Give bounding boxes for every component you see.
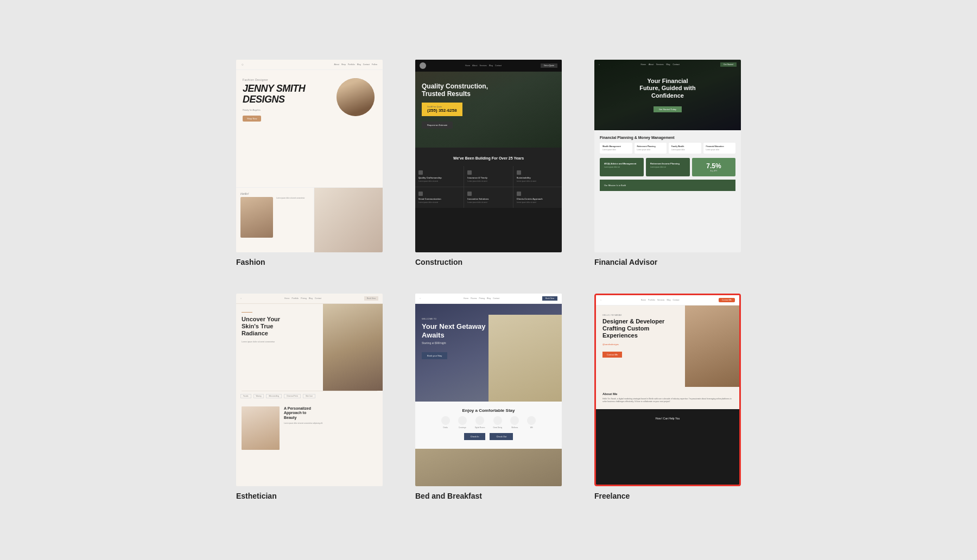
esth-nav: ○ HomePortfolioPricingBlogContact Book N… <box>236 294 383 304</box>
esth-title: Uncover YourSkin's TrueRadiance <box>242 316 319 338</box>
freelance-hero-content: HELLO, I'M SARAH Designer & DeveloperCra… <box>596 306 685 387</box>
financial-rate: 7.5% Avg. APR <box>692 158 735 176</box>
construction-feature-icon-6 <box>517 192 521 196</box>
financial-preview[interactable]: ○ HomeAboutServicesBlogContact Get Start… <box>594 60 741 252</box>
bnb-icon-concierge: Concierge <box>458 416 467 429</box>
esth-bottom-text: Lorem ipsum dolor sit amet consectetur a… <box>284 422 377 425</box>
construction-feature-4: Great Communication Lorem ipsum dolor si… <box>415 187 464 208</box>
freelance-about-title: About Me <box>602 392 733 396</box>
esth-bottom-title: A PersonalizedApproach toBeauty <box>284 406 377 420</box>
fashion-nav: ○ About Shop Portfolio Blog Contact Foll… <box>236 60 383 70</box>
bnb-welcome: WELCOME TO <box>422 317 555 320</box>
template-grid: ○ About Shop Portfolio Blog Contact Foll… <box>236 60 741 500</box>
construction-feature-icon-4 <box>418 192 423 196</box>
financial-hero-btn[interactable]: Get Started Today <box>654 106 682 112</box>
bnb-hero-content: WELCOME TO Your Next GetawayAwaits Start… <box>415 304 562 365</box>
fashion-bottom: Hello! Lorem ipsum dolor sit amet consec… <box>236 187 383 252</box>
financial-big-card-1: 401(k) Advice and Management Lorem ipsum… <box>600 158 644 176</box>
bnb-icon-dining: Great Dining <box>493 416 502 429</box>
freelance-hero-title: Designer & DeveloperCrafting CustomExper… <box>602 318 681 340</box>
construction-feature-text-2: Lorem ipsum dolor sit amet <box>467 180 509 182</box>
construction-feature-6: Clients-Centric Approach Lorem ipsum dol… <box>513 187 562 208</box>
financial-rate-number: 7.5% <box>706 162 721 170</box>
financial-bottom-bar: Our Mission Is to Build <box>600 180 735 191</box>
bnb-nav: ○ HomeRoomsPricingBlogContact Book Now <box>415 294 562 304</box>
construction-feature-3: Sustainability Lorem ipsum dolor sit ame… <box>513 166 562 187</box>
template-card-financial[interactable]: ○ HomeAboutServicesBlogContact Get Start… <box>594 60 741 266</box>
financial-card-2: Retirement Planning Lorem ipsum dolor <box>635 143 667 154</box>
freelance-black-section: How I Can Help You <box>596 412 739 485</box>
fashion-nav-logo: ○ <box>242 63 244 66</box>
bnb-hero: WELCOME TO Your Next GetawayAwaits Start… <box>415 304 562 402</box>
fashion-hero: Fashion Designer JENNY SMITHDESIGNS Read… <box>236 70 383 187</box>
fashion-subtitle: Fashion Designer <box>243 78 324 81</box>
construction-feature-text-3: Lorem ipsum dolor sit amet <box>517 180 559 182</box>
fashion-bottom-right <box>314 188 383 252</box>
template-card-fashion[interactable]: ○ About Shop Portfolio Blog Contact Foll… <box>236 60 383 266</box>
freelance-how-title: How I Can Help You <box>602 417 733 420</box>
bnb-preview[interactable]: ○ HomeRoomsPricingBlogContact Book Now W… <box>415 294 562 486</box>
financial-rate-label: Avg. APR <box>710 170 718 172</box>
template-card-esthetician[interactable]: ○ HomePortfolioPricingBlogContact Book N… <box>236 294 383 500</box>
esth-hero: Uncover YourSkin's TrueRadiance Lorem ip… <box>236 304 383 391</box>
construction-hero-title: Quality Construction,Trusted Results <box>422 82 555 98</box>
financial-section-title: Financial Planning & Money Management <box>600 136 735 139</box>
financial-big-cards: 401(k) Advice and Management Lorem ipsum… <box>600 158 735 176</box>
construction-feature-2: Insurance & Timely Lorem ipsum dolor sit… <box>464 166 512 187</box>
fashion-hero-image <box>328 70 383 187</box>
construction-feature-icon-3 <box>517 170 521 175</box>
bnb-label: Bed and Breakfast <box>415 492 482 500</box>
construction-logo <box>420 62 426 69</box>
construction-nav: Home About Services Blog Contact Get a Q… <box>415 60 562 72</box>
construction-feature-text-1: Lorem ipsum dolor sit amet <box>418 180 460 182</box>
fashion-label: Fashion <box>236 258 265 266</box>
esth-nav-btn[interactable]: Book Now <box>364 296 378 301</box>
financial-hero-content: Your FinancialFuture, Guided withConfide… <box>634 72 701 118</box>
bnb-nav-btn[interactable]: Book Now <box>542 296 557 301</box>
esth-bottom-content: A PersonalizedApproach toBeauty Lorem ip… <box>284 406 377 481</box>
construction-feature-title-6: Clients-Centric Approach <box>517 198 559 200</box>
financial-nav-btn[interactable]: Get Started <box>720 62 737 67</box>
esthetician-preview[interactable]: ○ HomePortfolioPricingBlogContact Book N… <box>236 294 383 486</box>
bnb-icon-drinks: Drinks <box>441 416 450 429</box>
bnb-checkin-btn[interactable]: Check In <box>464 433 486 440</box>
construction-preview[interactable]: Home About Services Blog Contact Get a Q… <box>415 60 562 252</box>
bnb-hero-subtitle: Starting at $99/night <box>422 341 555 345</box>
bnb-icon-wifi: Wifi <box>527 416 536 429</box>
bnb-checkout-btn[interactable]: Check Out <box>490 433 513 440</box>
construction-feature-icon-1 <box>418 170 423 175</box>
financial-big-card-2: Retirement Income Planning Lorem ipsum d… <box>646 158 690 176</box>
construction-feature-icon-2 <box>467 170 472 175</box>
construction-phone: (255) 352-6258 <box>427 108 457 113</box>
construction-nav-btn[interactable]: Get a Quote <box>541 63 557 68</box>
construction-phone-box: Get A Free Quote (255) 352-6258 <box>422 103 462 116</box>
fashion-shop-btn[interactable]: Shop Now <box>243 116 261 122</box>
construction-cta-btn[interactable]: Request an Estimate <box>422 122 453 129</box>
freelance-hero-image <box>685 306 739 387</box>
construction-feature-title-2: Insurance & Timely <box>467 176 509 179</box>
fashion-preview[interactable]: ○ About Shop Portfolio Blog Contact Foll… <box>236 60 383 252</box>
template-card-construction[interactable]: Home About Services Blog Contact Get a Q… <box>415 60 562 266</box>
freelance-contact-btn[interactable]: Contact Me <box>602 352 622 358</box>
freelance-preview[interactable]: ○ HomePortfolioServicesBlogContact Conta… <box>594 294 741 486</box>
bnb-hero-btn[interactable]: Book your Stay <box>422 352 447 359</box>
financial-hero: ○ HomeAboutServicesBlogContact Get Start… <box>594 60 741 130</box>
freelance-about-text: Hello! I'm Sarah, a digital marketing st… <box>602 398 733 404</box>
freelance-nav: ○ HomePortfolioServicesBlogContact Conta… <box>596 295 739 306</box>
financial-hero-title: Your FinancialFuture, Guided withConfide… <box>639 78 695 99</box>
freelance-nav-contact-btn[interactable]: Contact Me <box>719 298 735 302</box>
fashion-nav-links: About Shop Portfolio Blog Contact Follow <box>334 63 377 66</box>
bnb-hero-title: Your Next GetawayAwaits <box>422 322 555 339</box>
construction-features: Quality Craftsmanship Lorem ipsum dolor … <box>415 166 562 208</box>
esth-text: Lorem ipsum dolor sit amet consectetur <box>242 341 319 343</box>
construction-feature-title-5: Innovative Solutions <box>467 198 509 200</box>
construction-feature-text-4: Lorem ipsum dolor sit amet <box>418 201 460 203</box>
template-card-freelance[interactable]: ○ HomePortfolioServicesBlogContact Conta… <box>594 294 741 500</box>
freelance-label: Freelance <box>594 492 630 500</box>
template-card-bnb[interactable]: ○ HomeRoomsPricingBlogContact Book Now W… <box>415 294 562 500</box>
financial-bottom-text: Our Mission Is to Build <box>604 184 731 187</box>
construction-feature-icon-5 <box>467 192 472 196</box>
esth-tags: Facials Waxing Microneedling Chemical Pe… <box>236 391 383 401</box>
bnb-icon-wellness: Wellness <box>510 416 519 429</box>
construction-years: We've Been Building For Over 25 Years <box>415 148 562 166</box>
